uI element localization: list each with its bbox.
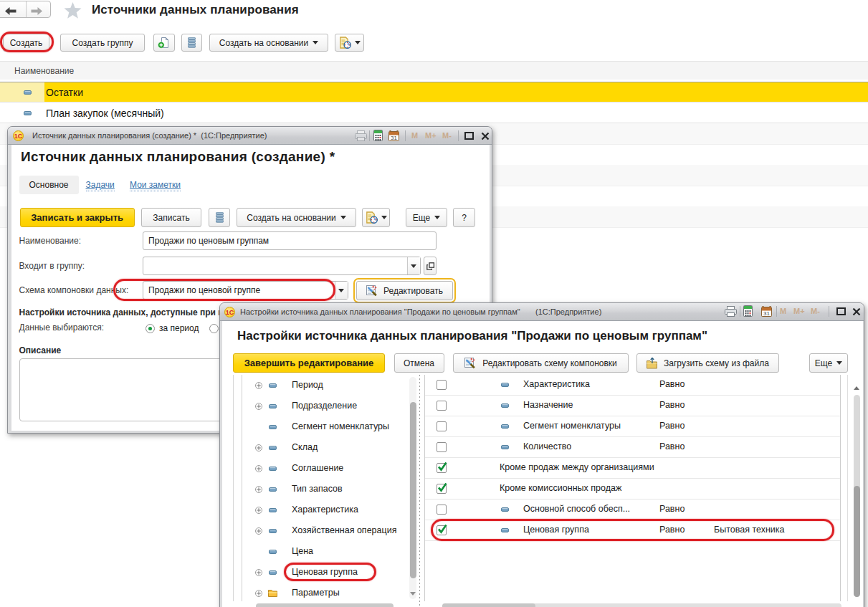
svg-text:31: 31 [391, 135, 397, 141]
svg-text:31: 31 [763, 310, 770, 317]
